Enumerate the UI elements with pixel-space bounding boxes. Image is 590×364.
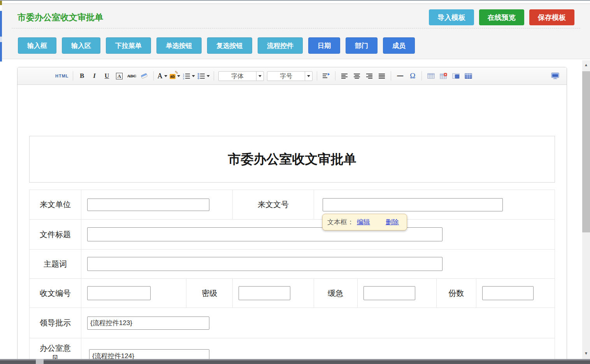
save-template-button[interactable]: 保存模板 [529,9,574,25]
cell-properties-icon [465,73,472,79]
delete-table-icon [440,73,447,79]
toolbar-separator [317,71,317,81]
form-label-cell: 来文文号 [233,190,314,220]
select-caret-box [305,72,312,81]
source-unit-input[interactable] [87,199,209,211]
font-size-select[interactable]: 字号 [267,71,313,81]
bold-button[interactable]: B [77,71,87,81]
chevron-down-icon [192,75,195,79]
svg-text:3: 3 [183,77,184,79]
insert-table-button[interactable] [426,71,436,81]
chevron-down-icon [207,75,210,79]
select-caret-box [256,72,263,81]
scroll-down-arrow[interactable]: ▼ [582,350,590,357]
delete-table-button[interactable] [438,71,448,81]
ordered-list-button[interactable]: 1 2 3 [183,73,195,79]
form-field-cell [81,308,555,338]
align-center-button[interactable] [352,71,362,81]
widget-textarea-button[interactable]: 输入区 [62,37,100,54]
toolbar-separator [153,71,154,81]
italic-icon: I [93,72,96,80]
form-field-cell [81,220,555,250]
align-justify-button[interactable] [377,71,387,81]
underline-button[interactable]: U [102,71,112,81]
widget-checkbox-button[interactable]: 复选按钮 [207,37,252,54]
online-preview-button[interactable]: 在线预览 [479,9,524,25]
form-label-cell: 密级 [186,279,233,308]
form-field-cell [357,279,436,308]
scrollbar-thumb[interactable] [582,71,590,232]
horizontal-rule-button[interactable]: — [395,71,405,81]
editor-toolbar: HTML B I U A ABC A [18,67,567,85]
widget-flow-control-button[interactable]: 流程控件 [258,37,303,54]
indent-icon [322,73,330,79]
tooltip-label: 文本框： [327,218,354,227]
security-level-input[interactable] [239,286,290,300]
import-template-button[interactable]: 导入模板 [429,9,474,25]
underline-icon: U [105,72,109,79]
form-table: 来文单位 来文文号 文件标题 主题词 [29,190,555,364]
edit-field-link[interactable]: 编辑 [357,218,370,227]
indent-button[interactable] [321,71,331,81]
scroll-up-arrow[interactable]: ▲ [582,61,590,68]
document-number-input[interactable] [323,198,503,211]
unordered-list-button[interactable] [197,73,210,79]
leader-instructions-input[interactable] [87,317,209,330]
table-icon [427,73,435,79]
form-title-box: 市委办公室收文审批单 [29,136,555,183]
remove-format-button[interactable] [139,71,149,81]
editor-document[interactable]: 市委办公室收文审批单 来文单位 来文文号 [18,85,567,364]
italic-button[interactable]: I [90,71,100,81]
receipt-number-input[interactable] [87,286,151,300]
table-row: 领导批示 [30,308,555,338]
widget-department-button[interactable]: 部门 [346,37,378,54]
cell-properties-button[interactable] [463,71,473,81]
align-right-button[interactable] [364,71,374,81]
widget-dropdown-button[interactable]: 下拉菜单 [106,37,151,54]
table-properties-button[interactable] [451,71,461,81]
form-field-cell [81,190,233,220]
table-row: 来文单位 来文文号 [30,190,555,220]
toolbar-separator [391,71,391,81]
window-top-edge [0,0,590,1]
urgency-input[interactable] [363,286,415,300]
omega-icon: Ω [410,72,415,80]
align-center-icon [353,73,360,79]
form-label-cell: 领导批示 [30,308,81,338]
bottom-bar-notch [36,359,44,364]
header-actions: 导入模板 在线预览 保存模板 [429,9,574,25]
rich-text-editor: HTML B I U A ABC A [17,67,567,364]
widget-radio-button[interactable]: 单选按钮 [156,37,202,54]
font-size-value: 字号 [267,72,305,81]
fullscreen-button[interactable] [550,71,560,81]
table-properties-icon [452,73,460,79]
table-row: 收文编号 密级 缓急 份数 [30,279,555,308]
eraser-icon [140,73,148,79]
font-color-icon: A [158,72,163,80]
char-border-button[interactable]: A [114,71,125,81]
delete-field-link[interactable]: 删除 [386,218,399,227]
page: 市委办公室收文审批单 导入模板 在线预览 保存模板 输入框 输入区 下拉菜单 单… [0,0,590,364]
html-source-button[interactable]: HTML [55,71,69,81]
align-left-button[interactable] [339,71,349,81]
form-label-cell: 份数 [436,279,476,308]
bold-icon: B [80,72,84,80]
strikethrough-button[interactable]: ABC [127,71,137,81]
special-char-button[interactable]: Ω [407,71,418,81]
font-family-select[interactable]: 字体 [218,71,264,81]
widget-date-button[interactable]: 日期 [308,37,340,54]
widget-input-box-button[interactable]: 输入框 [18,37,56,54]
form-field-cell [81,250,555,279]
widget-member-button[interactable]: 成员 [383,37,415,54]
copies-input[interactable] [482,286,534,300]
toolbar-separator [73,71,73,81]
form-label-cell: 来文单位 [30,190,81,220]
toolbar-separator [335,71,335,81]
font-color-button[interactable]: A [158,72,167,80]
subject-words-input[interactable] [87,257,442,271]
horizontal-rule-icon: — [397,72,403,79]
dashed-divider [12,28,580,28]
header-panel: 市委办公室收文审批单 导入模板 在线预览 保存模板 输入框 输入区 下拉菜单 单… [2,4,590,59]
strikethrough-icon: ABC [127,74,136,78]
highlight-color-button[interactable]: ab ✎ [170,72,181,79]
